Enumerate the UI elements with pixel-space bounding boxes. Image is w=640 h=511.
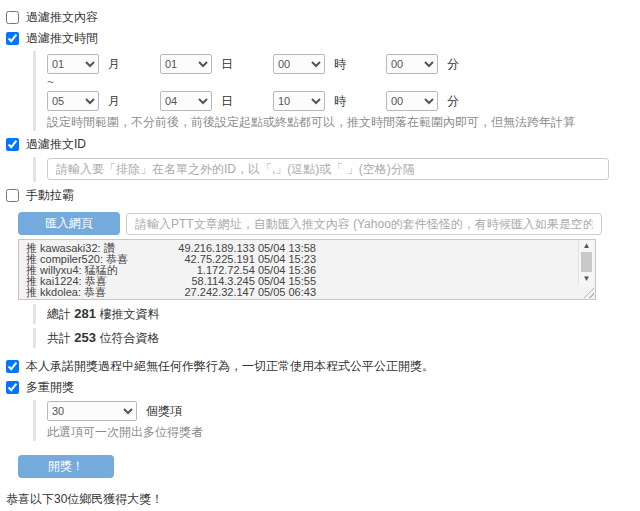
resize-grip-icon[interactable] [583, 287, 594, 298]
total-suffix: 樓推文資料 [99, 307, 159, 321]
push-list-textarea[interactable]: ▲ ▼ 推 kawasaki32: 讚 49.216.189.133 05/04… [18, 239, 596, 300]
qualified-prefix: 共計 [47, 331, 71, 345]
draw-button[interactable]: 開獎！ [18, 455, 114, 478]
to-minute-select[interactable]: 00 [386, 91, 438, 111]
from-minute-select[interactable]: 00 [386, 54, 438, 74]
hour-unit-label: 時 [334, 56, 346, 73]
filter-id-label: 過濾推文ID [26, 136, 86, 153]
push-ip-timestamp: 27.242.32.147 05/05 06:43 [184, 287, 316, 298]
scrollbar-thumb[interactable] [581, 252, 592, 272]
filter-time-checkbox[interactable] [6, 32, 19, 45]
scrollbar[interactable]: ▲ ▼ [578, 241, 594, 285]
minute-unit-label: 分 [447, 93, 459, 110]
time-range-note: 設定時間範圍，不分前後，前後設定起點或終點都可以，推文時間落在範圍內即可，但無法… [47, 115, 640, 129]
hour-unit-label: 時 [334, 93, 346, 110]
day-unit-label: 日 [221, 56, 233, 73]
id-filter-panel [33, 157, 640, 182]
from-month-select[interactable]: 01 [47, 54, 99, 74]
month-unit-label: 月 [108, 93, 120, 110]
total-count: 281 [74, 306, 96, 321]
time-to-row: 05 月 04 日 10 時 00 分 [47, 91, 640, 111]
multi-draw-panel: 30 個獎項 此選項可一次開出多位得獎者 [33, 400, 640, 441]
multi-draw-note: 此選項可一次開出多位得獎者 [47, 425, 640, 439]
from-day-select[interactable]: 01 [160, 54, 212, 74]
filter-id-checkbox[interactable] [6, 138, 19, 151]
multi-draw-row: 多重開獎 [6, 379, 640, 396]
filter-content-label: 過濾推文內容 [26, 9, 98, 26]
scroll-down-icon[interactable]: ▼ [583, 274, 591, 283]
time-from-row: 01 月 01 日 00 時 00 分 [47, 54, 640, 74]
promise-checkbox[interactable] [6, 360, 19, 373]
from-hour-select[interactable]: 00 [273, 54, 325, 74]
results-heading: 恭喜以下30位鄉民獲得大獎！ [6, 493, 640, 506]
time-range-panel: 01 月 01 日 00 時 00 分 ~ 05 月 04 日 10 時 00 … [33, 51, 640, 131]
total-prefix: 總計 [47, 307, 71, 321]
to-hour-select[interactable]: 10 [273, 91, 325, 111]
manual-slot-checkbox[interactable] [6, 189, 19, 202]
filter-id-row: 過濾推文ID [6, 136, 640, 153]
import-row: 匯入網頁 [18, 212, 640, 235]
exclude-id-input[interactable] [47, 158, 609, 180]
promise-row: 本人承諾開獎過程中絕無任何作弊行為，一切正常使用本程式公平公正開獎。 [6, 358, 640, 375]
multi-draw-checkbox[interactable] [6, 381, 19, 394]
minute-unit-label: 分 [447, 56, 459, 73]
range-separator: ~ [47, 76, 640, 89]
results-section: 恭喜以下30位鄉民獲得大獎！ hsusoulk na0728 rabbit025… [6, 493, 640, 511]
manual-slot-row: 手動拉霸 [6, 187, 640, 204]
prize-count-row: 30 個獎項 [47, 401, 640, 421]
day-unit-label: 日 [221, 93, 233, 110]
prize-unit-label: 個獎項 [146, 403, 182, 420]
qualified-suffix: 位符合資格 [99, 331, 159, 345]
qualified-stat: 共計 253 位符合資格 [33, 328, 640, 348]
to-day-select[interactable]: 04 [160, 91, 212, 111]
scroll-up-icon[interactable]: ▲ [583, 241, 591, 250]
push-row: 推 kkdolea: 恭喜 27.242.32.147 05/05 06:43 [26, 287, 316, 298]
filter-content-row: 過濾推文內容 [6, 9, 640, 26]
qualified-count: 253 [74, 330, 96, 345]
import-webpage-button[interactable]: 匯入網頁 [18, 212, 120, 235]
prize-count-select[interactable]: 30 [47, 401, 137, 421]
promise-label: 本人承諾開獎過程中絕無任何作弊行為，一切正常使用本程式公平公正開獎。 [26, 358, 434, 375]
filter-time-label: 過濾推文時間 [26, 30, 98, 47]
push-author-and-text: 推 kkdolea: 恭喜 [26, 287, 106, 298]
manual-slot-label: 手動拉霸 [26, 187, 74, 204]
filter-content-checkbox[interactable] [6, 11, 19, 24]
multi-draw-label: 多重開獎 [26, 379, 74, 396]
month-unit-label: 月 [108, 56, 120, 73]
to-month-select[interactable]: 05 [47, 91, 99, 111]
total-pushes-stat: 總計 281 樓推文資料 [33, 304, 640, 324]
filter-time-row: 過濾推文時間 [6, 30, 640, 47]
article-url-input[interactable] [126, 213, 602, 235]
